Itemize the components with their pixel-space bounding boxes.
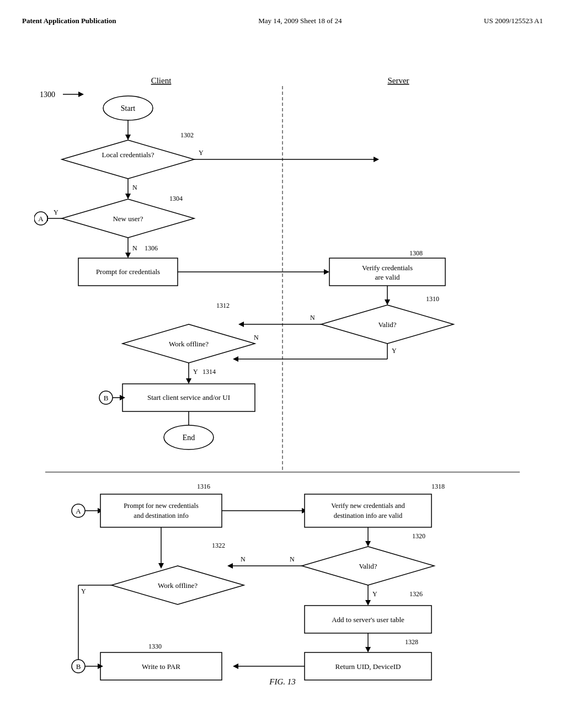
ref-1314: 1314 — [202, 368, 216, 376]
y-label-1304: Y — [54, 208, 58, 216]
node-a2-label: A — [76, 507, 81, 515]
ref-1326: 1326 — [409, 590, 423, 598]
ref-1322: 1322 — [212, 542, 225, 549]
ref-1304: 1304 — [169, 195, 183, 202]
box-1306-label: Prompt for credentials — [96, 267, 160, 276]
node-a1-label: A — [38, 215, 44, 223]
box-1318-label1: Verify new credentials and — [331, 502, 405, 510]
box-1316-label2: and destination info — [134, 512, 188, 520]
box-1314-label: Start client service and/or UI — [147, 393, 230, 402]
ref-1330: 1330 — [148, 643, 162, 650]
svg-marker-14 — [324, 269, 329, 275]
y-label-1310: Y — [392, 347, 397, 355]
ref-1312: 1312 — [216, 302, 230, 309]
server-label: Server — [387, 76, 409, 85]
diamond-1310-label: Valid? — [378, 320, 396, 329]
svg-marker-34 — [365, 541, 371, 547]
fig-caption: FIG. 13 — [269, 677, 296, 686]
box-1328-label: Return UID, DeviceID — [335, 662, 401, 671]
n-label-1322: N — [241, 555, 246, 563]
svg-marker-4 — [125, 135, 131, 140]
diamond-1320-label: Valid? — [359, 562, 377, 570]
svg-marker-40 — [365, 647, 371, 652]
node-b1-label: B — [104, 394, 109, 402]
box-1316 — [100, 494, 222, 527]
box-1330-label: Write to PAR — [142, 662, 180, 671]
diamond-1322-label: Work offline? — [158, 581, 198, 590]
box-1326-label: Add to server's user table — [332, 615, 404, 624]
svg-marker-8 — [125, 194, 131, 199]
node-b2-label: B — [76, 662, 81, 671]
y-label-1320: Y — [372, 590, 377, 598]
header-center: May 14, 2009 Sheet 18 of 24 — [258, 17, 342, 25]
diamond-1312-label: Work offline? — [169, 340, 209, 348]
box-1308 — [329, 258, 445, 286]
start-label: Start — [121, 104, 136, 113]
box-1318 — [305, 494, 431, 527]
box-1318-label2: destination info are valid — [334, 512, 403, 520]
header-left: Patent Application Publication — [22, 17, 116, 25]
ref-1328: 1328 — [405, 638, 418, 646]
n-label-1304: N — [132, 244, 137, 252]
ref-1316: 1316 — [197, 483, 210, 490]
n-label-1302: N — [132, 184, 137, 191]
page-header: Patent Application Publication May 14, 2… — [22, 11, 543, 36]
ref-1318: 1318 — [431, 483, 445, 490]
svg-marker-1 — [78, 92, 84, 97]
svg-marker-18 — [238, 322, 244, 327]
ref-1306: 1306 — [145, 244, 158, 252]
n-label-1312b: N — [254, 334, 259, 341]
end-label: End — [183, 433, 195, 442]
box-1316-label1: Prompt for new credentials — [124, 502, 199, 510]
diamond-1302 — [62, 140, 194, 179]
svg-marker-36 — [227, 563, 233, 569]
box-1308-label2: are valid — [375, 273, 400, 281]
ref-1308: 1308 — [409, 249, 423, 257]
svg-marker-38 — [365, 600, 371, 606]
svg-marker-42 — [233, 663, 238, 669]
y-label-1312: Y — [193, 368, 198, 376]
page: Patent Application Publication May 14, 2… — [0, 0, 565, 728]
client-label: Client — [151, 76, 172, 85]
diagram-svg: 1300 Client Server Start Local credentia… — [34, 53, 531, 687]
header-right: US 2009/125523 A1 — [484, 17, 543, 25]
svg-marker-21 — [233, 356, 238, 362]
svg-marker-23 — [186, 378, 191, 384]
y-label-1322: Y — [81, 587, 86, 595]
diamond-1304-label: New user? — [113, 215, 143, 223]
ref-1320: 1320 — [412, 532, 425, 540]
diagram-container: 1300 Client Server Start Local credentia… — [34, 53, 531, 687]
y-label-1302: Y — [199, 149, 204, 157]
svg-marker-16 — [385, 299, 390, 305]
diagram-label: 1300 — [40, 90, 55, 99]
svg-marker-12 — [125, 253, 131, 258]
ref-1310: 1310 — [426, 295, 439, 303]
n-label-1320: N — [290, 555, 295, 563]
box-1308-label: Verify credentials — [362, 264, 413, 272]
ref-1302: 1302 — [180, 131, 194, 139]
diamond-1302-label: Local credentials? — [102, 151, 154, 159]
n-label-1310: N — [310, 314, 315, 322]
svg-marker-48 — [158, 563, 164, 569]
svg-marker-6 — [374, 157, 379, 162]
